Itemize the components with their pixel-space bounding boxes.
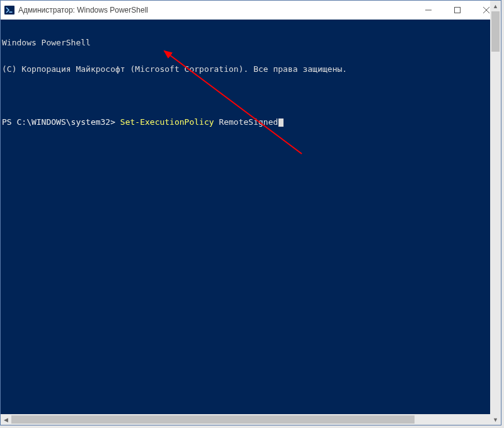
- hscroll-thumb[interactable]: [11, 415, 415, 424]
- annotation-arrow: [1, 20, 501, 414]
- vertical-scrollbar[interactable]: ▲ ▼: [490, 1, 501, 425]
- hscroll-track[interactable]: [11, 414, 490, 425]
- horizontal-scrollbar[interactable]: ◀ ▶: [1, 414, 501, 425]
- powershell-icon: [4, 5, 14, 15]
- prompt-line: PS C:\WINDOWS\system32> Set-ExecutionPol…: [2, 118, 501, 127]
- vscroll-track[interactable]: [490, 11, 501, 414]
- blank-line: [2, 91, 501, 100]
- command-cmdlet: Set-ExecutionPolicy: [120, 117, 214, 127]
- command-argument: RemoteSigned: [219, 117, 278, 127]
- copyright-line: (С) Корпорация Майкрософт (Microsoft Cor…: [2, 65, 501, 74]
- scroll-left-button[interactable]: ◀: [1, 414, 11, 425]
- minimize-button[interactable]: [414, 1, 443, 20]
- vscroll-thumb[interactable]: [491, 11, 500, 52]
- svg-rect-3: [455, 8, 461, 13]
- cursor: [278, 119, 284, 127]
- window-controls: [414, 1, 501, 20]
- prompt-text: PS C:\WINDOWS\system32>: [2, 117, 120, 127]
- scroll-up-button[interactable]: ▲: [490, 1, 501, 11]
- terminal-area[interactable]: Windows PowerShell (С) Корпорация Майкро…: [1, 20, 501, 414]
- scroll-down-button[interactable]: ▼: [490, 414, 501, 425]
- maximize-button[interactable]: [443, 1, 472, 20]
- titlebar[interactable]: Администратор: Windows PowerShell: [1, 1, 501, 20]
- window-title: Администратор: Windows PowerShell: [18, 6, 148, 14]
- banner-line: Windows PowerShell: [2, 38, 501, 47]
- powershell-window: Администратор: Windows PowerShell Window…: [0, 0, 501, 425]
